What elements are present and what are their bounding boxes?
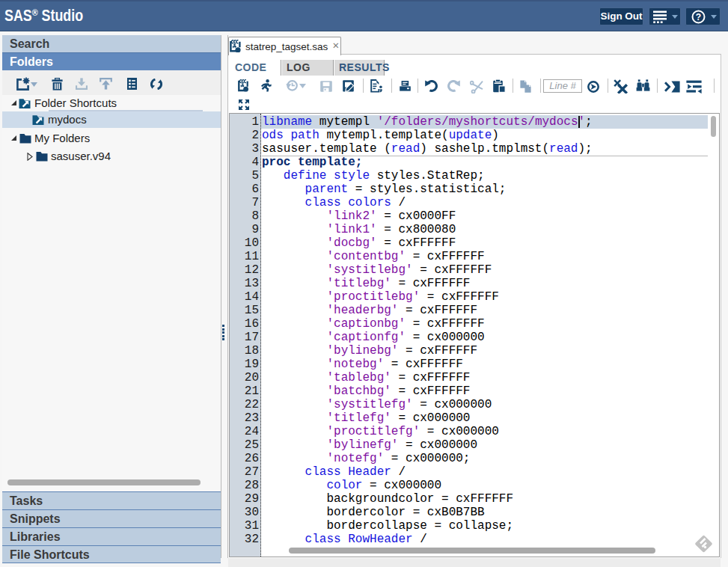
svg-text:?: ? — [696, 12, 701, 22]
